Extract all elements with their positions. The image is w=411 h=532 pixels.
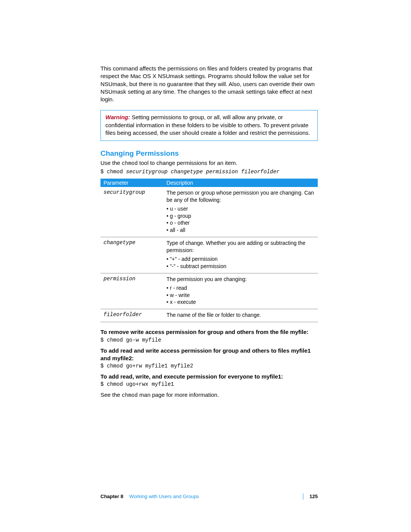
param-desc-intro: The permission you are changing: (167, 276, 315, 283)
warning-label: Warning: (105, 114, 130, 120)
closing-code: chmod (122, 392, 138, 398)
param-desc: Type of change. Whether you are adding o… (164, 237, 318, 273)
list-item: w - write (167, 292, 315, 299)
list-item: x - execute (167, 299, 315, 306)
param-name: permission (100, 273, 164, 309)
list-item: g - group (167, 212, 315, 220)
page-footer: Chapter 8 Working with Users and Groups … (100, 494, 318, 500)
param-desc-intro: The name of the file or folder to change… (167, 312, 315, 319)
document-page: This command affects the permissions on … (0, 0, 411, 532)
table-row: securitygroup The person or group whose … (100, 187, 318, 237)
list-item: r - read (167, 284, 315, 292)
section-intro-code: chmod (122, 160, 138, 166)
param-desc: The permission you are changing: r - rea… (164, 273, 318, 309)
table-row: fileorfolder The name of the file or fol… (100, 309, 318, 322)
example-command: $ chmod go-w myfile (100, 337, 318, 343)
param-name: changetype (100, 237, 164, 273)
chapter-label: Chapter 8 (100, 494, 123, 499)
command-prefix: $ chmod (100, 169, 126, 175)
intro-paragraph: This command affects the permissions on … (100, 65, 318, 103)
list-item: "-" - subtract permission (167, 263, 315, 270)
command-synopsis: $ chmod securitygroup changetype permiss… (100, 169, 318, 175)
example-heading: To add read, write, and execute permissi… (100, 373, 318, 380)
col-header-parameter: Parameter (100, 179, 164, 187)
page-number: 125 (303, 494, 318, 500)
param-desc: The name of the file or folder to change… (164, 309, 318, 322)
section-intro: Use the chmod tool to change permissions… (100, 159, 318, 167)
table-row: permission The permission you are changi… (100, 273, 318, 309)
param-name: securitygroup (100, 187, 164, 237)
list-item: "+" - add permission (167, 256, 315, 263)
section-heading: Changing Permissions (100, 149, 318, 158)
table-row: changetype Type of change. Whether you a… (100, 237, 318, 273)
command-args: securitygroup changetype permission file… (126, 169, 279, 175)
example-heading: To remove write access permission for gr… (100, 328, 318, 336)
param-desc-intro: The person or group whose permission you… (167, 189, 315, 204)
closing-paragraph: See the chmod man page for more informat… (100, 391, 318, 399)
example-command: $ chmod ugo+rwx myfile1 (100, 381, 318, 387)
closing-pre: See the (100, 391, 122, 398)
col-header-description: Description (164, 179, 318, 187)
chapter-title: Working with Users and Groups (129, 494, 199, 499)
list-item: o - other (167, 219, 315, 227)
param-desc: The person or group whose permission you… (164, 187, 318, 237)
list-item: u - user (167, 205, 315, 212)
parameter-table: Parameter Description securitygroup The … (100, 179, 318, 322)
section-intro-pre: Use the (100, 160, 122, 166)
example-command: $ chmod go+rw myfile1 myfile2 (100, 363, 318, 369)
warning-box: Warning: Setting permissions to group, o… (100, 110, 318, 141)
closing-post: man page for more information. (138, 391, 219, 398)
param-desc-intro: Type of change. Whether you are adding o… (167, 240, 315, 254)
param-name: fileorfolder (100, 309, 164, 322)
example-heading: To add read and write access permission … (100, 347, 318, 363)
list-item: all - all (167, 227, 315, 234)
warning-text: Setting permissions to group, or all, wi… (105, 114, 310, 136)
section-intro-post: tool to change permissions for an item. (138, 160, 237, 166)
